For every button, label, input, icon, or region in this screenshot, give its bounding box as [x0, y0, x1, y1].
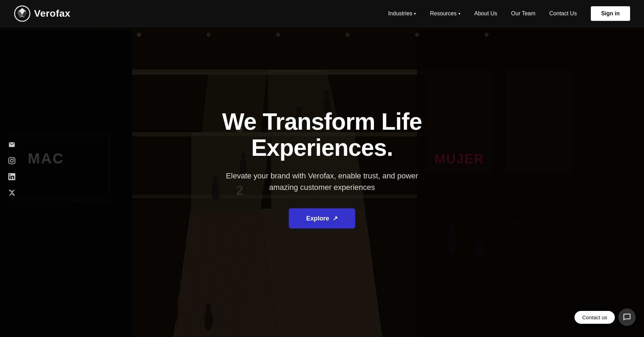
nav-menu: Industries ▾ Resources ▾ About Us Our Te…: [383, 6, 630, 21]
chat-icon: [623, 313, 631, 321]
industries-chevron-icon: ▾: [414, 11, 416, 16]
nav-item-contact[interactable]: Contact Us: [544, 8, 582, 19]
hero-title: We Transform Life Experiences.: [180, 109, 465, 161]
signin-button[interactable]: Sign in: [591, 6, 630, 21]
hero-section: MAC: [0, 0, 644, 337]
nav-item-our-team[interactable]: Our Team: [506, 8, 541, 19]
hero-content: We Transform Life Experiences. Elevate y…: [173, 109, 472, 229]
contact-widget: Contact us: [574, 308, 636, 326]
nav-item-industries[interactable]: Industries ▾: [383, 8, 422, 19]
twitter-x-social-icon[interactable]: [7, 188, 17, 198]
explore-button[interactable]: Explore ↗: [289, 208, 355, 228]
contact-chat-button[interactable]: [618, 308, 636, 326]
logo-text: Verofax: [34, 8, 71, 19]
contact-us-label[interactable]: Contact us: [574, 311, 615, 324]
nav-item-resources[interactable]: Resources ▾: [424, 8, 466, 19]
linkedin-social-icon[interactable]: [7, 172, 17, 182]
logo-link[interactable]: Verofax: [14, 5, 71, 22]
explore-arrow-icon: ↗: [333, 215, 338, 222]
resources-chevron-icon: ▾: [458, 11, 460, 16]
social-sidebar: [7, 140, 17, 198]
nav-item-about[interactable]: About Us: [469, 8, 503, 19]
instagram-social-icon[interactable]: [7, 156, 17, 166]
hero-subtitle: Elevate your brand with Verofax, enable …: [180, 170, 465, 193]
navbar: Verofax Industries ▾ Resources ▾ About U…: [0, 0, 644, 27]
verofax-logo-icon: [14, 5, 31, 22]
email-social-icon[interactable]: [7, 140, 17, 150]
